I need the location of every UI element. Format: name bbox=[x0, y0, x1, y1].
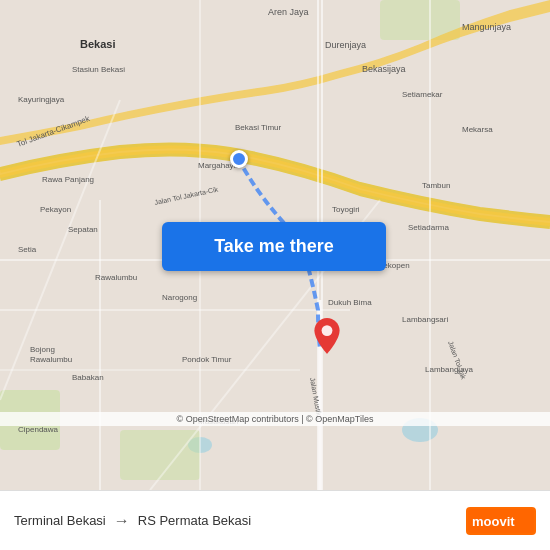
svg-text:Mekarsa: Mekarsa bbox=[462, 125, 493, 134]
svg-text:Stasiun Bekasi: Stasiun Bekasi bbox=[72, 65, 125, 74]
svg-text:Pondok Timur: Pondok Timur bbox=[182, 355, 232, 364]
svg-text:Setiadarma: Setiadarma bbox=[408, 223, 449, 232]
svg-text:Bekasijaya: Bekasijaya bbox=[362, 64, 406, 74]
svg-text:Narogong: Narogong bbox=[162, 293, 197, 302]
destination-label: RS Permata Bekasi bbox=[138, 513, 251, 528]
svg-text:Lambangsari: Lambangsari bbox=[402, 315, 448, 324]
origin-label: Terminal Bekasi bbox=[14, 513, 106, 528]
svg-point-51 bbox=[322, 325, 333, 336]
svg-text:Setiamekar: Setiamekar bbox=[402, 90, 443, 99]
svg-text:Pekayon: Pekayon bbox=[40, 205, 71, 214]
svg-text:Babakan: Babakan bbox=[72, 373, 104, 382]
svg-text:Kayuringjaya: Kayuringjaya bbox=[18, 95, 65, 104]
svg-text:Rawa Panjang: Rawa Panjang bbox=[42, 175, 94, 184]
origin-marker bbox=[230, 150, 248, 168]
svg-text:Dukuh Bima: Dukuh Bima bbox=[328, 298, 372, 307]
svg-text:Bojong: Bojong bbox=[30, 345, 55, 354]
take-me-there-button[interactable]: Take me there bbox=[162, 222, 386, 271]
svg-text:Bekasi: Bekasi bbox=[80, 38, 115, 50]
svg-text:Bekasi Timur: Bekasi Timur bbox=[235, 123, 282, 132]
destination-marker bbox=[313, 318, 341, 358]
svg-text:Sepatan: Sepatan bbox=[68, 225, 98, 234]
svg-text:Toyogiri: Toyogiri bbox=[332, 205, 360, 214]
route-info: Terminal Bekasi → RS Permata Bekasi bbox=[14, 512, 466, 530]
svg-text:Setia: Setia bbox=[18, 245, 37, 254]
svg-rect-4 bbox=[120, 430, 200, 480]
svg-text:Tambun: Tambun bbox=[422, 181, 450, 190]
bottom-bar: Terminal Bekasi → RS Permata Bekasi moov… bbox=[0, 490, 550, 550]
map-container: Bekasi Stasiun Bekasi Kayuringjaya Tol J… bbox=[0, 0, 550, 490]
svg-text:moovit: moovit bbox=[472, 514, 515, 529]
svg-text:Rawalumbu: Rawalumbu bbox=[30, 355, 72, 364]
moovit-logo-image: moovit bbox=[466, 507, 536, 535]
svg-text:Durenjaya: Durenjaya bbox=[325, 40, 366, 50]
svg-text:Cipendawa: Cipendawa bbox=[18, 425, 59, 434]
route-arrow-icon: → bbox=[114, 512, 130, 530]
button-label: Take me there bbox=[214, 236, 334, 257]
map-attribution: © OpenStreetMap contributors | © OpenMap… bbox=[0, 412, 550, 426]
moovit-logo: moovit bbox=[466, 507, 536, 535]
svg-text:Mangunjaya: Mangunjaya bbox=[462, 22, 511, 32]
svg-text:Aren Jaya: Aren Jaya bbox=[268, 7, 309, 17]
svg-text:Rawalumbu: Rawalumbu bbox=[95, 273, 137, 282]
